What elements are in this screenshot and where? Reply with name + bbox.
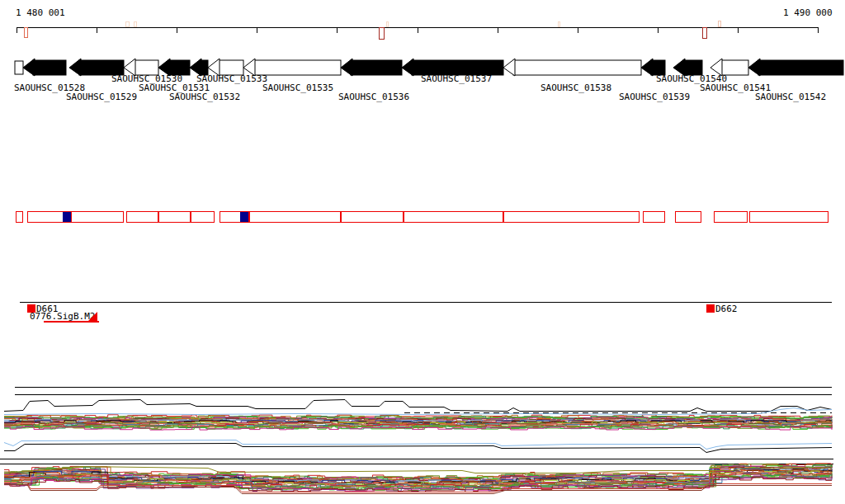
feature-box[interactable]: [341, 211, 404, 223]
feature-box[interactable]: [220, 211, 249, 223]
feature-box[interactable]: [675, 211, 701, 223]
feature-box[interactable]: [158, 211, 191, 223]
gene-label: SAOUHSC_01537: [421, 74, 492, 83]
gene-label: SAOUHSC_01532: [169, 92, 240, 101]
feature-box[interactable]: [126, 211, 158, 223]
gene-label: SAOUHSC_01538: [541, 83, 611, 92]
gene-label: SAOUHSC_01539: [619, 92, 690, 101]
feature-box[interactable]: [16, 211, 23, 223]
gene-arrow-SAOUHSC_01536[interactable]: [341, 59, 402, 76]
gene-arrow-SAOUHSC_01538[interactable]: [503, 59, 641, 76]
feature-box[interactable]: [749, 211, 828, 223]
feature-box[interactable]: [404, 211, 503, 223]
tss-marker-id: D662: [715, 304, 738, 313]
gene-label: SAOUHSC_01535: [262, 83, 333, 92]
gene-stub[interactable]: [15, 61, 23, 74]
feature-box[interactable]: [249, 211, 341, 223]
feature-box[interactable]: [191, 211, 215, 223]
gene-arrow-SAOUHSC_01528[interactable]: [23, 59, 66, 76]
tss-baseline: [20, 302, 832, 303]
tss-underline: [44, 321, 99, 323]
gene-label: SAOUHSC_01529: [66, 92, 137, 101]
feature-navy-block[interactable]: [63, 212, 71, 222]
gene-label: SAOUHSC_01533: [196, 74, 267, 83]
feature-box[interactable]: [71, 211, 124, 223]
feature-box[interactable]: [503, 211, 640, 223]
tss-marker-D662[interactable]: [706, 304, 715, 313]
feature-box[interactable]: [27, 211, 71, 223]
feature-box[interactable]: [643, 211, 665, 223]
tss-motif-label: 0776.SigB.M2: [30, 312, 95, 321]
gene-arrow-SAOUHSC_01542[interactable]: [748, 59, 843, 76]
gene-label: SAOUHSC_01542: [755, 92, 826, 101]
feature-box[interactable]: [714, 211, 748, 223]
coverage-graphs-canvas[interactable]: [0, 379, 845, 504]
genome-browser-view: 1 480 001 1 490 000 SAOUHSC_01528SAOUHSC…: [0, 0, 845, 504]
gene-label: SAOUHSC_01536: [338, 92, 409, 101]
feature-navy-block[interactable]: [240, 212, 248, 222]
